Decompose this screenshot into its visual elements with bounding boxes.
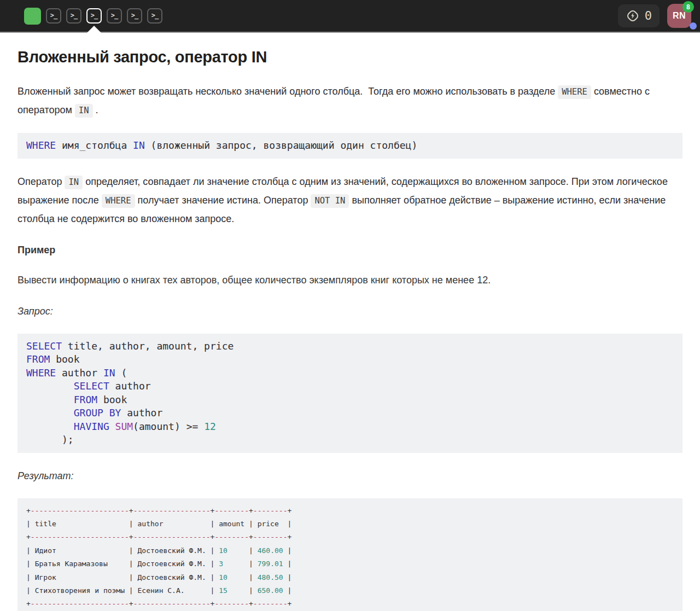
online-status-dot [690,22,697,30]
step-tab-4[interactable]: >_ [107,8,122,24]
terminal-icon: >_ [50,12,57,19]
sql-query-block: SELECT title, author, amount, price FROM… [18,334,682,453]
task-paragraph: Вывести информацию о книгах тех авторов,… [18,271,682,289]
step-tabs: >_ >_ >_ >_ >_ >_ [24,8,162,25]
step-tab-1[interactable]: >_ [46,8,61,24]
top-bar: >_ >_ >_ >_ >_ >_ 0 RN 8 [0,0,700,33]
topbar-right: 0 RN 8 [618,4,691,28]
step-tab-2[interactable]: >_ [66,8,81,24]
example-heading: Пример [18,241,682,259]
terminal-icon: >_ [111,12,118,19]
notification-badge: 8 [682,1,694,13]
intro-paragraph: Вложенный запрос может возвращать нескол… [18,83,682,120]
energy-count: 0 [645,10,652,22]
user-avatar[interactable]: RN 8 [667,4,691,28]
course-logo[interactable] [24,8,41,25]
lesson-content: Вложенный запрос, оператор IN Вложенный … [0,48,700,611]
step-tab-5[interactable]: >_ [127,8,142,24]
terminal-icon: >_ [131,12,138,19]
terminal-icon: >_ [91,12,97,19]
syntax-code-block: WHERE имя_столбца IN (вложенный запрос, … [18,133,682,159]
terminal-icon: >_ [71,12,77,19]
query-label: Запрос: [18,302,682,321]
energy-counter[interactable]: 0 [618,4,660,27]
active-tab-pointer [87,26,101,33]
result-table-block: +-----------------------+---------------… [18,498,682,611]
terminal-icon: >_ [151,12,158,19]
operator-description-paragraph: Оператор IN определяет, совпадает ли зна… [18,173,682,228]
step-tab-3-active[interactable]: >_ [86,8,102,24]
avatar-initials: RN [673,11,686,21]
step-tab-6[interactable]: >_ [147,8,162,24]
page-title: Вложенный запрос, оператор IN [18,48,682,66]
lightning-icon [626,9,640,23]
result-label: Результат: [18,467,682,485]
